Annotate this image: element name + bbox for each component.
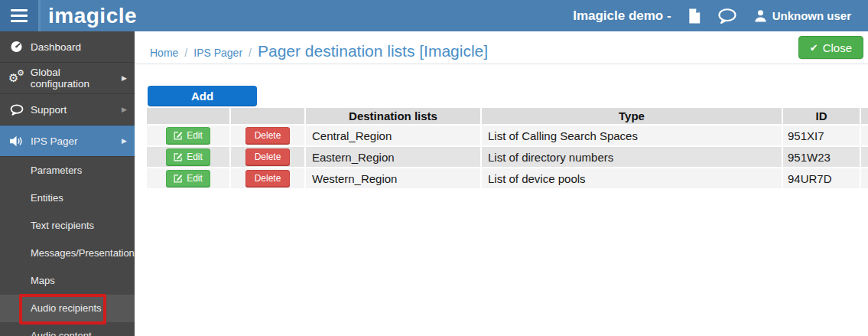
user-name-label: Unknown user — [772, 9, 851, 22]
sidebar-item-label: Support — [31, 104, 67, 116]
dashboard-icon — [10, 41, 31, 53]
delete-button[interactable]: Delete — [245, 170, 291, 187]
breadcrumb-separator: / — [184, 47, 187, 59]
top-header: imagicle Imagicle demo - Unknown user — [0, 0, 868, 31]
close-button-label: Close — [823, 41, 852, 54]
hamburger-menu-button[interactable] — [0, 0, 41, 31]
sidebar-item-dashboard[interactable]: Dashboard — [0, 31, 135, 63]
sidebar: Dashboard ⚙⚙ Global configuration ▶ Supp… — [0, 31, 135, 336]
edit-button[interactable]: Edit — [166, 148, 210, 165]
sidebar-item-label: IPS Pager — [31, 135, 78, 147]
destination-list-id: 951XI7 — [783, 126, 860, 145]
gears-icon: ⚙⚙ — [10, 71, 31, 85]
column-header-edit — [147, 108, 229, 124]
add-button[interactable]: Add — [148, 86, 257, 106]
spacer-cell — [861, 147, 868, 167]
column-header-type: Type — [482, 108, 782, 124]
table-row: Edit Delete Western_Region List of devic… — [147, 168, 868, 188]
column-header-delete — [231, 108, 304, 124]
destination-list-name: Western_Region — [306, 168, 480, 188]
destination-list-type: List of directory numbers — [482, 147, 782, 167]
column-header-destination-lists: Destination lists — [306, 108, 480, 124]
tenant-label: Imagicle demo - — [573, 8, 671, 24]
sidebar-subitem-entities[interactable]: Entities — [0, 184, 135, 212]
sidebar-item-label: Global configuration — [31, 67, 122, 90]
destination-list-name: Eastern_Region — [306, 147, 480, 167]
column-header-spacer — [861, 108, 868, 124]
sidebar-item-label: Dashboard — [31, 41, 81, 53]
user-menu[interactable]: Unknown user — [754, 9, 851, 22]
user-icon — [754, 9, 767, 22]
chat-bubble-icon[interactable] — [717, 8, 737, 24]
chevron-right-icon: ▶ — [122, 74, 127, 82]
column-header-id: ID — [783, 108, 860, 124]
chevron-right-icon: ▶ — [122, 106, 127, 113]
sidebar-subitem-parameters[interactable]: Parameters — [0, 157, 135, 184]
sidebar-subitem-text-recipients[interactable]: Text recipients — [0, 212, 135, 240]
sidebar-subitem-maps[interactable]: Maps — [0, 267, 135, 295]
sidebar-item-global-configuration[interactable]: ⚙⚙ Global configuration ▶ — [0, 63, 135, 94]
destination-list-type: List of Calling Search Spaces — [482, 126, 782, 145]
spacer-cell — [861, 126, 868, 145]
spacer-cell — [861, 168, 868, 188]
edit-pencil-icon — [174, 152, 183, 161]
page-title: Pager destination lists [Imagicle] — [258, 42, 488, 60]
destination-list-type: List of device pools — [482, 168, 782, 188]
sidebar-subitem-messages-presentations[interactable]: Messages/Presentations — [0, 240, 135, 267]
destination-list-id: 94UR7D — [783, 168, 860, 188]
breadcrumb-home-link[interactable]: Home — [150, 47, 178, 59]
hamburger-icon — [11, 9, 28, 11]
sidebar-item-support[interactable]: Support ▶ — [0, 94, 135, 126]
sidebar-item-ips-pager[interactable]: IPS Pager ▶ — [0, 126, 135, 157]
breadcrumb-separator: / — [249, 47, 252, 59]
support-chat-icon — [10, 104, 31, 116]
table-header-row: Destination lists Type ID — [147, 108, 868, 124]
delete-button[interactable]: Delete — [245, 127, 291, 144]
document-icon[interactable] — [688, 8, 701, 24]
check-icon: ✔ — [810, 42, 818, 54]
edit-button[interactable]: Edit — [166, 127, 210, 144]
breadcrumb-ips-pager-link[interactable]: IPS Pager — [193, 47, 242, 59]
sidebar-subitem-audio-recipients[interactable]: Audio recipients — [0, 295, 135, 322]
destination-lists-table: Destination lists Type ID Edit Delete Ce… — [145, 106, 868, 190]
destination-list-id: 951W23 — [783, 147, 860, 167]
edit-button[interactable]: Edit — [166, 170, 210, 187]
sidebar-subitem-audio-content[interactable]: Audio content — [0, 322, 135, 336]
chevron-right-icon: ▶ — [122, 137, 127, 145]
edit-pencil-icon — [174, 174, 183, 183]
table-row: Edit Delete Central_Region List of Calli… — [147, 126, 868, 145]
imagicle-logo: imagicle — [48, 0, 137, 31]
close-button[interactable]: ✔ Close — [798, 36, 863, 59]
main-content: Home / IPS Pager / Pager destination lis… — [135, 31, 868, 336]
breadcrumb: Home / IPS Pager / Pager destination lis… — [135, 31, 868, 64]
delete-button[interactable]: Delete — [245, 148, 291, 165]
destination-list-name: Central_Region — [306, 126, 480, 145]
speaker-icon — [10, 135, 31, 147]
edit-pencil-icon — [174, 131, 183, 140]
table-row: Edit Delete Eastern_Region List of direc… — [147, 147, 868, 167]
